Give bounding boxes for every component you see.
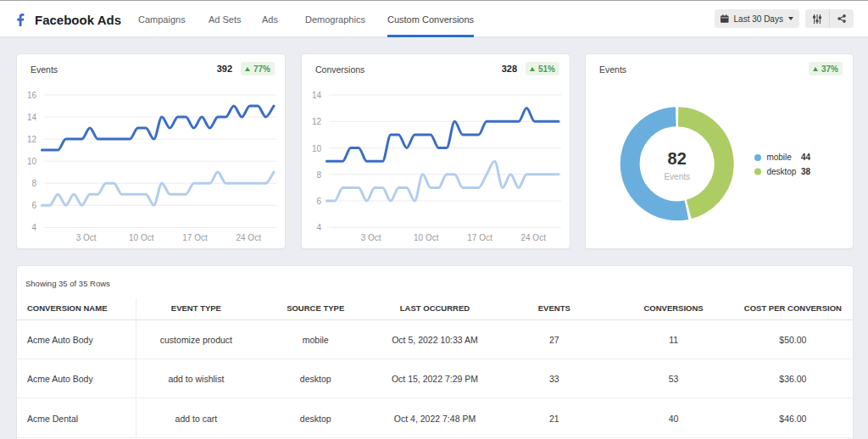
svg-text:3 Oct: 3 Oct	[361, 233, 381, 242]
svg-text:38: 38	[801, 167, 811, 176]
svg-text:desktop: desktop	[766, 167, 796, 176]
svg-text:10: 10	[27, 157, 37, 166]
svg-text:24 Oct: 24 Oct	[236, 233, 261, 242]
svg-text:Events: Events	[664, 172, 690, 181]
svg-text:14: 14	[27, 113, 37, 122]
svg-text:14: 14	[312, 91, 322, 100]
svg-text:17 Oct: 17 Oct	[182, 233, 208, 242]
svg-text:6: 6	[31, 201, 36, 210]
svg-text:6: 6	[316, 197, 321, 206]
svg-text:82: 82	[668, 149, 687, 168]
svg-text:8: 8	[31, 179, 36, 188]
svg-text:4: 4	[316, 223, 321, 232]
svg-text:4: 4	[31, 223, 36, 232]
svg-text:17 Oct: 17 Oct	[467, 233, 492, 242]
svg-text:10 Oct: 10 Oct	[129, 233, 154, 242]
svg-text:12: 12	[312, 117, 322, 126]
svg-text:10 Oct: 10 Oct	[414, 233, 439, 242]
svg-text:44: 44	[801, 153, 811, 162]
svg-text:10: 10	[312, 144, 322, 153]
svg-text:12: 12	[27, 135, 37, 144]
svg-text:16: 16	[27, 91, 37, 100]
svg-text:8: 8	[316, 170, 321, 180]
svg-text:3 Oct: 3 Oct	[76, 233, 97, 242]
svg-text:24 Oct: 24 Oct	[520, 233, 546, 242]
svg-text:mobile: mobile	[766, 153, 792, 162]
